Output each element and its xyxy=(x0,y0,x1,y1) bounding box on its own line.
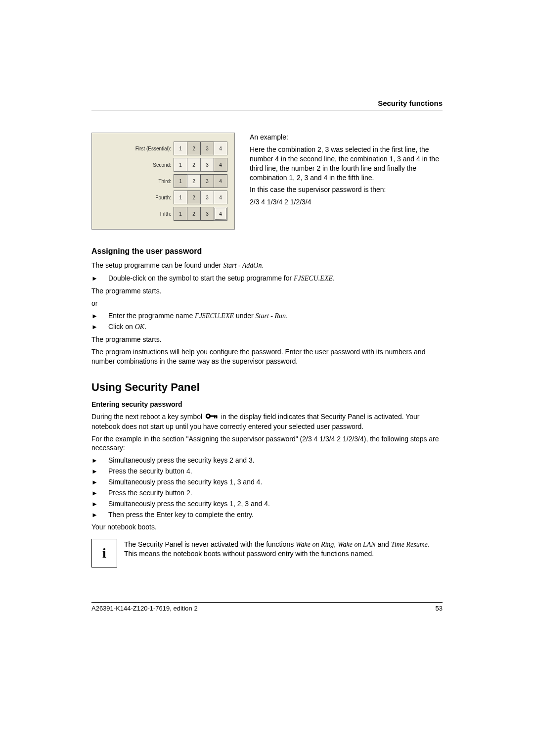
using-p1: During the next reboot a key symbol in t… xyxy=(91,412,443,431)
example-text: An example: Here the combination 2, 3 wa… xyxy=(250,133,443,230)
step-text: Press the security button 4. xyxy=(108,467,192,476)
num-btn-3[interactable]: 3 xyxy=(200,190,214,204)
page-number: 53 xyxy=(436,605,443,612)
list-item: ►Simultaneously press the security keys … xyxy=(91,456,443,465)
text: and xyxy=(376,540,391,548)
arrow-icon: ► xyxy=(91,274,108,283)
info-text: The Security Panel is never activated wi… xyxy=(124,539,443,559)
svg-rect-4 xyxy=(216,415,218,418)
header-rule: Security functions xyxy=(91,99,443,110)
list-item: ►Simultaneously press the security keys … xyxy=(91,477,443,487)
step-text: Press the security button 2. xyxy=(108,488,192,498)
info-box: i The Security Panel is never activated … xyxy=(91,539,443,567)
text: Click on xyxy=(108,323,135,331)
text: During the next reboot a key symbol xyxy=(91,413,204,421)
italic-text: OK xyxy=(135,323,144,331)
num-buttons: 1 2 3 4 xyxy=(174,142,227,155)
text: The setup programme can be found under xyxy=(91,261,223,269)
list-text: Click on OK. xyxy=(108,322,146,332)
svg-point-1 xyxy=(207,415,209,417)
panel-row-fourth: Fourth: 1 2 3 4 xyxy=(99,190,227,204)
italic-text: Wake on Ring xyxy=(296,541,334,548)
steps-list: ►Simultaneously press the security keys … xyxy=(91,456,443,519)
num-btn-2[interactable]: 2 xyxy=(187,174,201,188)
panel-row-third: Third: 1 2 3 4 xyxy=(99,174,227,188)
text: Enter the programme name xyxy=(108,312,195,320)
panel-row-first: First (Essential): 1 2 3 4 xyxy=(99,142,227,155)
num-btn-3[interactable]: 3 xyxy=(200,207,214,221)
text: The Security Panel is never activated wi… xyxy=(124,540,296,548)
panel-label: Fifth: xyxy=(160,211,171,217)
num-btn-1[interactable]: 1 xyxy=(174,207,187,221)
arrow-icon: ► xyxy=(91,322,108,331)
num-btn-2[interactable]: 2 xyxy=(187,190,201,204)
top-columns: First (Essential): 1 2 3 4 Second: 1 2 3… xyxy=(91,133,443,230)
panel-row-second: Second: 1 2 3 4 xyxy=(99,158,227,172)
text: . xyxy=(144,323,146,331)
assign-or: or xyxy=(91,299,443,308)
example-p2: In this case the supervisor password is … xyxy=(250,185,443,194)
num-btn-1[interactable]: 1 xyxy=(174,158,187,172)
list-item: ►Then press the Enter key to complete th… xyxy=(91,510,443,520)
num-btn-4[interactable]: 4 xyxy=(214,158,227,172)
num-btn-3[interactable]: 3 xyxy=(200,174,214,188)
num-btn-3[interactable]: 3 xyxy=(200,142,214,155)
italic-text: Time Resume xyxy=(391,541,428,548)
bullet-list: ► Enter the programme name FJSECU.EXE un… xyxy=(91,311,443,332)
num-btn-2[interactable]: 2 xyxy=(187,158,201,172)
list-item: ►Press the security button 4. xyxy=(91,467,443,476)
list-text: Enter the programme name FJSECU.EXE unde… xyxy=(108,311,288,321)
using-p3: Your notebook boots. xyxy=(91,522,443,532)
assign-p4: The program instructions will help you c… xyxy=(91,347,443,366)
list-text: Double-click on the symbol to start the … xyxy=(108,274,335,284)
arrow-icon: ► xyxy=(91,311,108,321)
num-buttons: 1 2 3 4 xyxy=(174,190,227,204)
list-item: ► Double-click on the symbol to start th… xyxy=(91,274,443,284)
security-panel-screenshot: First (Essential): 1 2 3 4 Second: 1 2 3… xyxy=(91,133,235,230)
num-buttons: 1 2 3 4 xyxy=(174,174,227,188)
num-btn-4[interactable]: 4 xyxy=(214,190,227,204)
num-buttons: 1 2 3 4 xyxy=(174,207,227,221)
step-text: Simultaneously press the security keys 2… xyxy=(108,456,255,465)
text: . xyxy=(286,312,288,320)
num-btn-1[interactable]: 1 xyxy=(174,190,187,204)
num-btn-1[interactable]: 1 xyxy=(174,142,187,155)
assign-p3: The programme starts. xyxy=(91,335,443,344)
arrow-icon: ► xyxy=(91,488,108,498)
assign-heading: Assigning the user password xyxy=(91,247,443,256)
num-btn-3[interactable]: 3 xyxy=(200,158,214,172)
arrow-icon: ► xyxy=(91,477,108,487)
step-text: Simultaneously press the security keys 1… xyxy=(108,477,262,487)
panel-label: Fourth: xyxy=(155,195,171,200)
page-header-title: Security functions xyxy=(91,99,443,110)
text: Double-click on the symbol to start the … xyxy=(108,274,294,282)
num-buttons: 1 2 3 4 xyxy=(174,158,227,172)
arrow-icon: ► xyxy=(91,467,108,476)
arrow-icon: ► xyxy=(91,456,108,465)
num-btn-4[interactable]: 4 xyxy=(214,174,227,188)
text: under xyxy=(234,312,256,320)
document-page: Security functions First (Essential): 1 … xyxy=(0,0,534,662)
num-btn-2[interactable]: 2 xyxy=(187,207,201,221)
list-item: ► Enter the programme name FJSECU.EXE un… xyxy=(91,311,443,321)
assign-p2: The programme starts. xyxy=(91,286,443,296)
text: , xyxy=(334,540,338,548)
panel-row-fifth: Fifth: 1 2 3 4 xyxy=(99,207,227,221)
list-item: ► Click on OK. xyxy=(91,322,443,332)
text: . xyxy=(262,261,264,269)
panel-label: First (Essential): xyxy=(135,146,171,151)
num-btn-1[interactable]: 1 xyxy=(174,174,187,188)
italic-text: Start - AddOn xyxy=(223,262,262,269)
footer-left: A26391-K144-Z120-1-7619, edition 2 xyxy=(91,605,198,612)
using-sub: Entering security password xyxy=(91,400,443,409)
num-btn-4[interactable]: 4 xyxy=(214,207,227,221)
footer: A26391-K144-Z120-1-7619, edition 2 53 xyxy=(91,602,443,612)
svg-rect-3 xyxy=(214,415,216,418)
num-btn-4[interactable]: 4 xyxy=(214,142,227,155)
list-item: ►Simultaneously press the security keys … xyxy=(91,499,443,509)
list-item: ►Press the security button 2. xyxy=(91,488,443,498)
num-btn-2[interactable]: 2 xyxy=(187,142,201,155)
arrow-icon: ► xyxy=(91,499,108,509)
step-text: Simultaneously press the security keys 1… xyxy=(108,499,270,509)
arrow-icon: ► xyxy=(91,510,108,520)
